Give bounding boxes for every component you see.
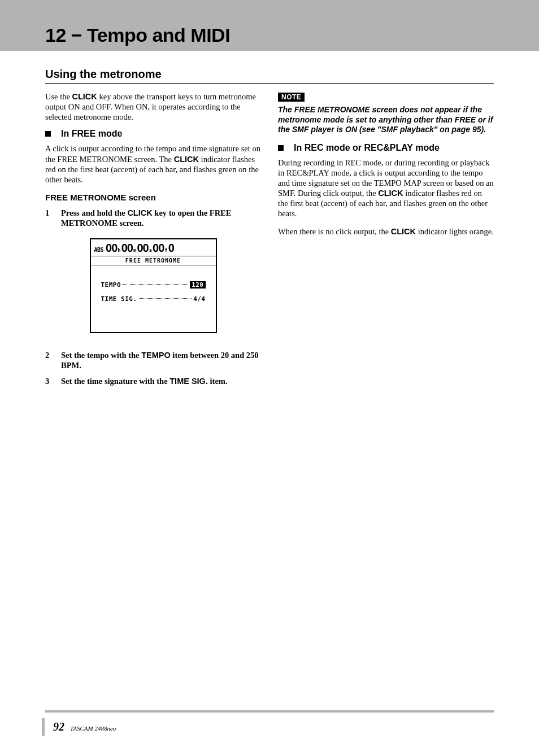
square-bullet-icon bbox=[45, 131, 51, 137]
page-number: 92 bbox=[53, 720, 64, 733]
text: When there is no click output, the bbox=[278, 227, 391, 236]
text: indicator lights orange. bbox=[416, 227, 494, 236]
lcd-title: FREE METRONOME bbox=[91, 256, 216, 265]
click-key-label: CLICK bbox=[127, 208, 152, 217]
lcd-hours: 00 bbox=[106, 242, 117, 255]
sub-heading-label: In REC mode or REC&PLAY mode bbox=[294, 143, 440, 153]
unit-h: h bbox=[118, 247, 120, 253]
step-3: 3 Set the time signature with the TIME S… bbox=[45, 376, 261, 386]
sub-heading-rec-mode: In REC mode or REC&PLAY mode bbox=[278, 143, 494, 153]
section-heading: Using the metronome bbox=[45, 68, 494, 84]
click-key-label: CLICK bbox=[378, 189, 403, 198]
text: Press and hold the bbox=[61, 208, 127, 217]
header-bar: 12 − Tempo and MIDI bbox=[0, 0, 539, 51]
text: Set the time signature with the bbox=[61, 377, 169, 386]
step-number: 1 bbox=[45, 208, 51, 228]
chapter-title: 12 − Tempo and MIDI bbox=[45, 24, 230, 46]
text: Set the tempo with the bbox=[61, 351, 141, 360]
lcd-timesig-value: 4/4 bbox=[193, 295, 205, 303]
rec-mode-paragraph-1: During recording in REC mode, or during … bbox=[278, 158, 494, 219]
step-number: 3 bbox=[45, 376, 51, 386]
step-1: 1 Press and hold the CLICK key to open t… bbox=[45, 208, 261, 228]
note-label: NOTE bbox=[278, 93, 305, 102]
tempo-item-label: TEMPO bbox=[141, 351, 171, 360]
lcd-time-row: ABS 00h 00m 00s 00f 0 bbox=[91, 239, 216, 256]
lcd-screenshot: ABS 00h 00m 00s 00f 0 FREE METRONOME TEM… bbox=[90, 238, 217, 333]
free-mode-paragraph: A click is output according to the tempo… bbox=[45, 143, 261, 185]
lcd-tempo-value: 120 bbox=[190, 281, 205, 289]
unit-f: f bbox=[164, 247, 167, 253]
lcd-tempo-line: TEMPO 120 bbox=[101, 281, 206, 289]
text: Use the bbox=[45, 92, 72, 101]
text: item. bbox=[208, 377, 228, 386]
lcd-minutes: 00 bbox=[121, 242, 133, 255]
left-column: Use the CLICK key above the transport ke… bbox=[45, 91, 261, 392]
intro-paragraph: Use the CLICK key above the transport ke… bbox=[45, 91, 261, 122]
dots bbox=[139, 298, 192, 299]
lcd-tempo-label: TEMPO bbox=[101, 281, 121, 289]
sub-heading-label: In FREE mode bbox=[61, 129, 122, 139]
click-key-label: CLICK bbox=[174, 155, 199, 164]
step-2: 2 Set the tempo with the TEMPO item betw… bbox=[45, 350, 261, 370]
lcd-timesig-line: TIME SIG. 4/4 bbox=[101, 295, 206, 303]
step-number: 2 bbox=[45, 350, 51, 370]
lcd-frames: 00 bbox=[153, 242, 164, 255]
click-key-label: CLICK bbox=[72, 92, 97, 101]
lcd-timesig-label: TIME SIG. bbox=[101, 295, 137, 303]
right-column: NOTE The FREE METRONOME screen does not … bbox=[278, 91, 494, 392]
note-text: The FREE METRONOME screen does not appea… bbox=[278, 105, 494, 135]
page-content: Using the metronome Use the CLICK key ab… bbox=[0, 51, 539, 392]
unit-m: m bbox=[133, 247, 136, 253]
page-footer: 92 TASCAM 2488neo bbox=[45, 710, 494, 733]
rec-mode-paragraph-2: When there is no click output, the CLICK… bbox=[278, 225, 494, 238]
screen-heading: FREE METRONOME screen bbox=[45, 193, 261, 202]
lcd-title-text: FREE METRONOME bbox=[125, 257, 181, 264]
lcd-seconds: 00 bbox=[137, 242, 148, 255]
abs-label: ABS bbox=[94, 247, 104, 253]
footer-left-accent bbox=[42, 718, 45, 736]
footer-text: TASCAM 2488neo bbox=[70, 725, 116, 732]
click-key-label: CLICK bbox=[391, 227, 416, 236]
unit-s: s bbox=[149, 247, 152, 253]
sub-heading-free-mode: In FREE mode bbox=[45, 129, 261, 139]
timesig-item-label: TIME SIG. bbox=[169, 377, 208, 386]
dots bbox=[123, 284, 188, 285]
square-bullet-icon bbox=[278, 145, 284, 151]
lcd-subframes: 0 bbox=[168, 242, 174, 255]
